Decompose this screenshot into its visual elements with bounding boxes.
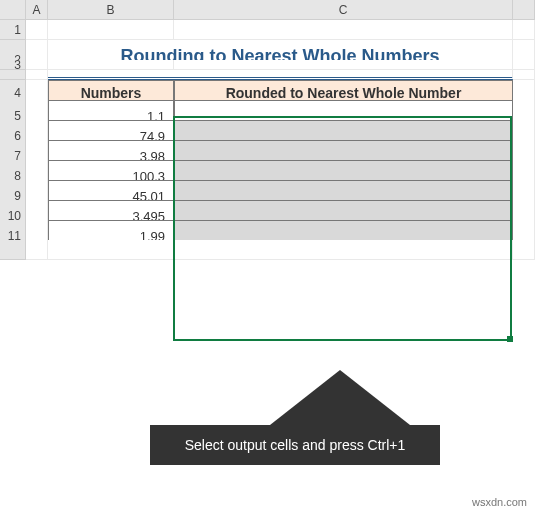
cell-a12[interactable] (26, 240, 48, 260)
cell-d1[interactable] (513, 20, 535, 40)
callout: Select output cells and press Ctrl+1 (150, 370, 450, 465)
col-header-blank (513, 0, 535, 20)
row-header-3[interactable]: 3 (0, 60, 26, 70)
spreadsheet-grid[interactable]: A B C 1 2 Rounding to Nearest Whole Numb… (0, 0, 535, 260)
cell-c12[interactable] (174, 240, 513, 260)
callout-arrow (270, 370, 410, 425)
col-header-a[interactable]: A (26, 0, 48, 20)
cell-a3[interactable] (26, 60, 48, 70)
cell-d3[interactable] (513, 60, 535, 70)
cell-b1[interactable] (48, 20, 174, 40)
col-header-c[interactable]: C (174, 0, 513, 20)
cell-a1[interactable] (26, 20, 48, 40)
watermark: wsxdn.com (472, 496, 527, 508)
row-header-1[interactable]: 1 (0, 20, 26, 40)
cell-d12[interactable] (513, 240, 535, 260)
fill-handle[interactable] (507, 336, 513, 342)
callout-text: Select output cells and press Ctrl+1 (150, 425, 440, 465)
cell-c1[interactable] (174, 20, 513, 40)
cell-c3[interactable] (174, 60, 513, 70)
cell-b3[interactable] (48, 60, 174, 70)
row-header-12[interactable] (0, 240, 26, 260)
cell-b12[interactable] (48, 240, 174, 260)
col-header-b[interactable]: B (48, 0, 174, 20)
select-all-corner[interactable] (0, 0, 26, 20)
